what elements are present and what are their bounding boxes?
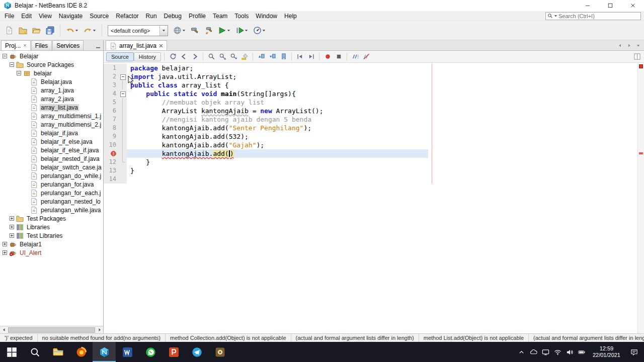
error-badge-icon[interactable] bbox=[104, 149, 119, 158]
taskbar-firefox-button[interactable] bbox=[69, 342, 93, 362]
tab-array-list-java[interactable]: array_list.java bbox=[106, 40, 167, 50]
expander-minus-icon[interactable] bbox=[2, 53, 8, 59]
line-number[interactable]: 1 bbox=[104, 64, 119, 72]
line-number[interactable]: 8 bbox=[104, 124, 119, 132]
tree-item-belajar[interactable]: belajar bbox=[0, 69, 103, 77]
tree-item-belajar-if-else-java[interactable]: belajar_if_else.java bbox=[0, 137, 103, 146]
shift-left-button[interactable] bbox=[295, 52, 305, 62]
view-source-button[interactable]: Source bbox=[106, 52, 134, 61]
line-number[interactable]: 14 bbox=[104, 175, 119, 184]
run-button[interactable] bbox=[216, 24, 232, 38]
shift-right-button[interactable] bbox=[306, 52, 316, 62]
menu-window[interactable]: Window bbox=[252, 11, 281, 21]
code-line-11[interactable]: kantongAjaib.add() bbox=[104, 149, 644, 158]
minimize-panel-button[interactable] bbox=[94, 42, 102, 50]
debug-dropdown-icon[interactable] bbox=[245, 29, 248, 32]
menu-view[interactable]: View bbox=[35, 11, 55, 21]
find-next-button[interactable] bbox=[228, 52, 238, 62]
expander-minus-icon[interactable] bbox=[16, 70, 22, 76]
menu-team[interactable]: Team bbox=[209, 11, 231, 21]
code-line-10[interactable]: 10 kantongAjaib.add("Gajah"); bbox=[104, 141, 644, 149]
scroll-right-icon[interactable] bbox=[96, 326, 103, 333]
search-scope-caret-icon[interactable] bbox=[554, 14, 557, 18]
panel-tab-proj[interactable]: Proj...× bbox=[1, 40, 31, 50]
line-number[interactable]: 13 bbox=[104, 166, 119, 175]
expander-plus-icon[interactable] bbox=[2, 250, 8, 255]
tree-item-perulangan-for-each-j[interactable]: perulangan_for_each.j bbox=[0, 189, 103, 197]
battery-icon[interactable] bbox=[576, 342, 588, 362]
tree-item-test-packages[interactable]: Test Packages bbox=[0, 214, 103, 223]
debug-button[interactable] bbox=[233, 24, 250, 38]
config-dropdown-icon[interactable] bbox=[159, 26, 168, 36]
build-button[interactable] bbox=[189, 24, 201, 38]
redo-dropdown-icon[interactable] bbox=[93, 29, 96, 32]
panel-tab-files[interactable]: Files bbox=[31, 40, 52, 50]
taskbar-whatsapp-button[interactable] bbox=[139, 342, 162, 362]
code-line-1[interactable]: 1package belajar; bbox=[104, 64, 644, 72]
clean-build-button[interactable] bbox=[202, 24, 215, 38]
menu-navigate[interactable]: Navigate bbox=[55, 11, 86, 21]
volume-icon[interactable] bbox=[564, 342, 576, 362]
taskbar-search-button[interactable] bbox=[23, 342, 46, 362]
taskbar-start-button[interactable] bbox=[0, 342, 23, 362]
tree-item-array-multidimensi-2-j[interactable]: array_multidimensi_2.j bbox=[0, 120, 103, 129]
tree-item-belajar-java[interactable]: Belajar.java bbox=[0, 77, 103, 86]
code-line-2[interactable]: 2import java.util.ArrayList; bbox=[104, 72, 644, 81]
tree-item-array-1-java[interactable]: array_1.java bbox=[0, 86, 103, 95]
code-line-12[interactable]: 12 } bbox=[104, 158, 644, 166]
tree-item-perulangan-while-java[interactable]: perulangan_while.java bbox=[0, 206, 103, 214]
display-icon[interactable] bbox=[540, 342, 552, 362]
line-number[interactable]: 2 bbox=[104, 72, 119, 81]
split-editor-icon[interactable] bbox=[632, 52, 641, 61]
code-line-8[interactable]: 8 kantongAjaib.add("Senter Penghilang"); bbox=[104, 124, 644, 132]
tab-close-icon[interactable] bbox=[159, 44, 163, 48]
menu-refactor[interactable]: Refactor bbox=[112, 11, 142, 21]
open-project-button[interactable] bbox=[30, 24, 43, 38]
tree-item-belajar-nested-if-java[interactable]: belajar_nested_if.java bbox=[0, 154, 103, 163]
line-number[interactable]: 9 bbox=[104, 132, 119, 141]
cloud-icon[interactable] bbox=[528, 342, 540, 362]
minimize-button[interactable] bbox=[576, 0, 599, 11]
tree-item-perulangan-nested-lo[interactable]: perulangan_nested_lo bbox=[0, 197, 103, 206]
document-list-icon[interactable] bbox=[634, 41, 642, 50]
taskbar-word-button[interactable] bbox=[116, 342, 139, 362]
tree-item-libraries[interactable]: Libraries bbox=[0, 223, 103, 231]
undo-button[interactable] bbox=[64, 24, 80, 38]
tree-item-perulangan-do-while-j[interactable]: perulangan_do_while.j bbox=[0, 171, 103, 180]
tree-item-belajar-if-java[interactable]: belajar_if.java bbox=[0, 129, 103, 137]
next-bookmark-button[interactable] bbox=[267, 52, 277, 62]
panel-tab-services[interactable]: Services bbox=[52, 40, 84, 50]
tree-item-perulangan-for-java[interactable]: perulangan_for.java bbox=[0, 180, 103, 189]
expander-plus-icon[interactable] bbox=[2, 241, 8, 247]
code-line-6[interactable]: 6 ArrayList kantongAjaib = new ArrayList… bbox=[104, 107, 644, 115]
expander-minus-icon[interactable] bbox=[9, 62, 15, 67]
quick-search[interactable] bbox=[545, 12, 641, 20]
find-prev-button[interactable] bbox=[217, 52, 227, 62]
menu-profile[interactable]: Profile bbox=[185, 11, 209, 21]
menu-help[interactable]: Help bbox=[281, 11, 300, 21]
tree-item-belajar[interactable]: Belajar bbox=[0, 52, 103, 60]
undo-dropdown-icon[interactable] bbox=[75, 29, 78, 32]
tree-item-belajar-switch-case-ja[interactable]: belajar_switch_case.ja bbox=[0, 163, 103, 171]
scroll-tabs-left-icon[interactable] bbox=[616, 41, 624, 50]
tree-item-belajar-if-else-if-java[interactable]: belajar_if_else_if.java bbox=[0, 146, 103, 154]
fold-collapse-icon[interactable] bbox=[119, 72, 127, 81]
find-selection-button[interactable] bbox=[206, 52, 216, 62]
search-input[interactable] bbox=[558, 13, 639, 19]
code-line-5[interactable]: 5 //membuat objek array list bbox=[104, 98, 644, 107]
scroll-tabs-right-icon[interactable] bbox=[625, 41, 633, 50]
close-button[interactable] bbox=[621, 0, 644, 11]
start-macro-button[interactable] bbox=[323, 52, 333, 62]
line-number[interactable]: 3 bbox=[104, 81, 119, 89]
comment-button[interactable] bbox=[350, 52, 360, 62]
tree-item-ui-alert[interactable]: UI_Alert bbox=[0, 248, 103, 257]
menu-edit[interactable]: Edit bbox=[18, 11, 35, 21]
profile-dropdown-icon[interactable] bbox=[262, 29, 266, 32]
code-line-7[interactable]: 7 //mengisi kantong ajaib dengan 5 benda bbox=[104, 115, 644, 124]
line-number[interactable]: 12 bbox=[104, 158, 119, 166]
expander-plus-icon[interactable] bbox=[9, 233, 15, 238]
last-edit-button[interactable] bbox=[168, 52, 178, 62]
scroll-left-icon[interactable] bbox=[0, 326, 8, 333]
taskbar-clock[interactable]: 12:59 22/01/2021 bbox=[588, 345, 625, 358]
wifi-icon[interactable] bbox=[552, 342, 564, 362]
